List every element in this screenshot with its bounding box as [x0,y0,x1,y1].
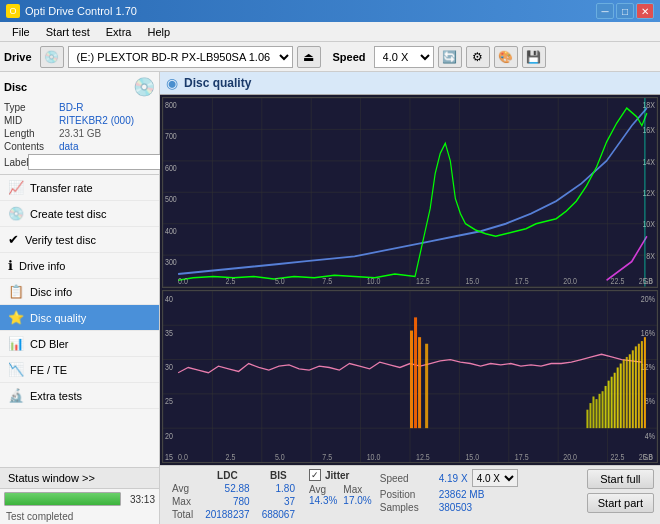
svg-rect-95 [641,341,643,428]
speed-stat-value: 4.19 X [439,473,468,484]
svg-rect-88 [620,363,622,428]
max-ldc-value: 780 [199,495,256,508]
svg-text:12.5: 12.5 [416,276,430,286]
nav-drive-info-label: Drive info [19,260,65,272]
drive-icon-btn[interactable]: 💿 [40,46,64,68]
chart-header: ◉ Disc quality [160,72,660,95]
menu-file[interactable]: File [4,24,38,40]
svg-text:22.5: 22.5 [611,451,625,461]
nav-disc-quality[interactable]: ⭐ Disc quality [0,305,159,331]
status-window-button[interactable]: Status window >> [0,468,159,489]
svg-rect-90 [626,357,628,428]
svg-rect-78 [589,403,591,428]
close-button[interactable]: ✕ [636,3,654,19]
label-input[interactable] [28,154,161,170]
minimize-button[interactable]: ─ [596,3,614,19]
svg-text:17.5: 17.5 [515,451,529,461]
svg-rect-86 [614,372,616,427]
total-row-label: Total [166,508,199,521]
menu-start-test[interactable]: Start test [38,24,98,40]
chart-header-icon: ◉ [166,75,178,91]
refresh-button[interactable]: 🔄 [438,46,462,68]
transfer-rate-icon: 📈 [8,180,24,195]
svg-rect-75 [418,337,421,428]
jitter-label: Jitter [325,470,349,481]
svg-rect-85 [611,376,613,427]
bottom-chart-svg: 20% 16% 12% 8% 4% 40 35 30 25 20 15 [163,291,657,462]
svg-text:30: 30 [165,362,173,372]
extra-tests-icon: 🔬 [8,388,24,403]
start-buttons: Start full Start part [587,469,654,513]
svg-text:800: 800 [165,100,177,110]
drive-select[interactable]: (E:) PLEXTOR BD-R PX-LB950SA 1.06 [68,46,293,68]
svg-text:300: 300 [165,257,177,267]
svg-text:7.5: 7.5 [322,276,332,286]
chart-title: Disc quality [184,76,251,90]
bottom-chart: BIS Jitter [162,290,658,463]
svg-rect-73 [410,330,413,428]
nav-extra-tests[interactable]: 🔬 Extra tests [0,383,159,409]
contents-value: data [59,141,78,152]
disc-panel: Disc 💿 Type BD-R MID RITEKBR2 (000) Leng… [0,72,159,175]
svg-text:2.5: 2.5 [226,276,236,286]
top-chart: LDC Read speed Write speed [162,97,658,288]
speed-select[interactable]: 4.0 X [374,46,434,68]
nav-drive-info[interactable]: ℹ Drive info [0,253,159,279]
svg-text:20: 20 [165,430,173,440]
svg-text:25: 25 [165,396,173,406]
start-part-button[interactable]: Start part [587,493,654,513]
svg-text:15: 15 [165,451,173,461]
menu-extra[interactable]: Extra [98,24,140,40]
sidebar: Disc 💿 Type BD-R MID RITEKBR2 (000) Leng… [0,72,160,524]
nav-disc-quality-label: Disc quality [30,312,86,324]
nav-cd-bler[interactable]: 📊 CD Bler [0,331,159,357]
svg-rect-92 [632,350,634,428]
nav-items: 📈 Transfer rate 💿 Create test disc ✔ Ver… [0,175,159,467]
nav-create-test-disc[interactable]: 💿 Create test disc [0,201,159,227]
ldc-bis-stats: LDC BIS Avg 52.88 1.80 Max 780 37 Tota [166,469,301,521]
settings-button[interactable]: ⚙ [466,46,490,68]
svg-text:GB: GB [643,451,654,461]
svg-text:2.5: 2.5 [226,451,236,461]
start-full-button[interactable]: Start full [587,469,654,489]
svg-rect-77 [586,409,588,427]
nav-verify-test-disc[interactable]: ✔ Verify test disc [0,227,159,253]
total-ldc-value: 20188237 [199,508,256,521]
menu-bar: File Start test Extra Help [0,22,660,42]
speed-section: Speed 4.19 X 4.0 X Position 23862 MB Sam… [380,469,518,515]
max-bis-value: 37 [256,495,301,508]
nav-transfer-rate[interactable]: 📈 Transfer rate [0,175,159,201]
charts-container: LDC Read speed Write speed [160,95,660,465]
save-button[interactable]: 💾 [522,46,546,68]
app-title: Opti Drive Control 1.70 [25,5,137,17]
jitter-avg-label: Avg [309,484,337,495]
disc-icon: 💿 [133,76,155,98]
nav-disc-info[interactable]: 📋 Disc info [0,279,159,305]
theme-button[interactable]: 🎨 [494,46,518,68]
svg-rect-81 [599,393,601,427]
eject-button[interactable]: ⏏ [297,46,321,68]
svg-text:600: 600 [165,163,177,173]
svg-rect-96 [644,337,646,428]
nav-disc-info-label: Disc info [30,286,72,298]
menu-help[interactable]: Help [139,24,178,40]
progress-bar [4,492,121,506]
speed-stat-select[interactable]: 4.0 X [472,469,518,487]
svg-rect-82 [602,391,604,428]
svg-text:15.0: 15.0 [465,276,479,286]
length-label: Length [4,128,59,139]
svg-text:12%: 12% [641,362,655,372]
stats-bar: LDC BIS Avg 52.88 1.80 Max 780 37 Tota [160,465,660,524]
svg-rect-87 [617,367,619,428]
svg-text:12.5: 12.5 [416,451,430,461]
svg-text:0.0: 0.0 [178,276,188,286]
svg-text:20.0: 20.0 [563,451,577,461]
jitter-checkbox[interactable]: ✓ [309,469,321,481]
nav-fe-te[interactable]: 📉 FE / TE [0,357,159,383]
svg-text:400: 400 [165,226,177,236]
top-chart-svg: 18X 16X 14X 12X 10X 8X 800 700 600 500 4… [163,98,657,287]
status-footer: Status window >> 33:13 Test completed [0,467,159,524]
drive-label: Drive [4,51,32,63]
label-text: Label [4,157,28,168]
maximize-button[interactable]: □ [616,3,634,19]
